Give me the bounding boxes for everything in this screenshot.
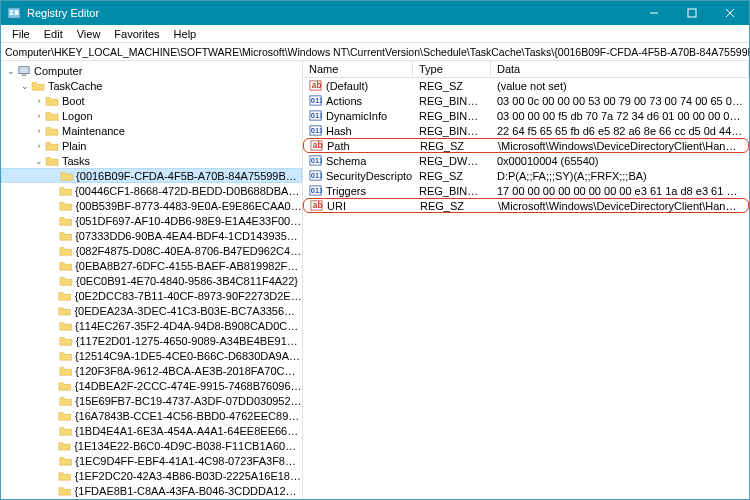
value-name: DynamicInfo — [326, 110, 387, 122]
tree-tasks[interactable]: ⌄ Tasks — [1, 153, 302, 168]
tree-guid-item[interactable]: {14DBEA2F-2CCC-474E-9915-7468B760966B4} — [1, 378, 302, 393]
folder-icon — [45, 95, 59, 107]
value-name: (Default) — [326, 80, 368, 92]
svg-text:011: 011 — [311, 111, 322, 120]
minimize-button[interactable] — [635, 1, 673, 25]
value-data: 22 64 f5 65 65 fb d6 e5 82 a6 8e 66 cc d… — [491, 125, 749, 137]
value-row[interactable]: ab(Default)REG_SZ(value not set) — [303, 78, 749, 93]
chevron-right-icon[interactable]: › — [33, 141, 45, 151]
value-row[interactable]: 011SecurityDescriptorREG_SZD:P(A;;FA;;;S… — [303, 168, 749, 183]
tree-guid-item[interactable]: {120F3F8A-9612-4BCA-AE3B-2018FA70CA73} — [1, 363, 302, 378]
tree-guid-item[interactable]: {00B539BF-8773-4483-9E0A-E9E86ECAA086} — [1, 198, 302, 213]
svg-rect-9 — [21, 74, 26, 76]
col-name[interactable]: Name — [303, 61, 413, 77]
tree-item[interactable]: ›Maintenance — [1, 123, 302, 138]
tree-guid-item[interactable]: {20546668-8F7B-41B2-8429-17E6F4F537F96} — [1, 498, 302, 499]
binary-value-icon: 011 — [309, 184, 322, 197]
value-name: Schema — [326, 155, 366, 167]
svg-rect-5 — [688, 9, 696, 17]
value-row[interactable]: 011SchemaREG_DWORD0x00010004 (65540) — [303, 153, 749, 168]
value-row[interactable]: abPathREG_SZ\Microsoft\Windows\DeviceDir… — [303, 138, 749, 153]
folder-icon — [59, 230, 73, 242]
close-button[interactable] — [711, 1, 749, 25]
tree-guid-item[interactable]: {1FDAE8B1-C8AA-43FA-B046-3CDDDA12661E} — [1, 483, 302, 498]
tree-guid-item[interactable]: {0E2DCC83-7B11-40CF-8973-90F2273D2E317} — [1, 288, 302, 303]
folder-icon — [59, 350, 72, 362]
tree-guid-item[interactable]: {082F4875-D08C-40EA-8706-B47ED962C446} — [1, 243, 302, 258]
folder-icon — [58, 485, 71, 497]
tree-guid-item[interactable]: {07333DD6-90BA-4EA4-BDF4-1CD1439358F2} — [1, 228, 302, 243]
folder-icon — [59, 425, 72, 437]
menu-help[interactable]: Help — [167, 28, 204, 40]
value-type: REG_SZ — [413, 80, 491, 92]
folder-icon — [59, 320, 72, 332]
tree-root[interactable]: ⌄ Computer — [1, 63, 302, 78]
svg-rect-8 — [19, 66, 29, 73]
tree-guid-item[interactable]: {117E2D01-1275-4650-9089-A34BE4BE91A3} — [1, 333, 302, 348]
folder-icon — [58, 380, 71, 392]
values-pane[interactable]: Name Type Data ab(Default)REG_SZ(value n… — [303, 61, 749, 499]
value-data: (value not set) — [491, 80, 749, 92]
svg-text:ab: ab — [313, 200, 323, 210]
menubar: File Edit View Favorites Help — [1, 25, 749, 43]
value-row[interactable]: 011ActionsREG_BINARY03 00 0c 00 00 00 53… — [303, 93, 749, 108]
binary-value-icon: 011 — [309, 154, 322, 167]
tree-guid-item[interactable]: {15E69FB7-BC19-4737-A3DF-07DD0309529A} — [1, 393, 302, 408]
value-data: \Microsoft\Windows\DeviceDirectoryClient… — [492, 200, 748, 212]
folder-icon — [45, 125, 59, 137]
tree-guid-item[interactable]: {1EF2DC20-42A3-4B86-B03D-2225A16E18BF8} — [1, 468, 302, 483]
tree-item[interactable]: ›Logon — [1, 108, 302, 123]
value-row[interactable]: abURIREG_SZ\Microsoft\Windows\DeviceDire… — [303, 198, 749, 213]
folder-icon — [59, 335, 73, 347]
value-type: REG_SZ — [414, 140, 492, 152]
value-row[interactable]: 011TriggersREG_BINARY17 00 00 00 00 00 0… — [303, 183, 749, 198]
window-frame: Registry Editor File Edit View Favorites… — [0, 0, 750, 500]
tree-taskcache[interactable]: ⌄ TaskCache — [1, 78, 302, 93]
svg-text:011: 011 — [311, 186, 322, 195]
tree-pane[interactable]: ⌄ Computer ⌄ TaskCache ›Boot›Logon›Maint… — [1, 61, 303, 499]
svg-text:ab: ab — [313, 140, 323, 150]
tree-guid-item[interactable]: {1EC9D4FF-EBF4-41A1-4C98-0723FA3F871D} — [1, 453, 302, 468]
tree-selected-guid[interactable]: {0016B09F-CFDA-4F5B-A70B-84A75599B89B} — [1, 168, 302, 183]
value-type: REG_SZ — [413, 170, 491, 182]
chevron-right-icon[interactable]: › — [33, 111, 45, 121]
svg-rect-1 — [10, 10, 14, 12]
svg-text:011: 011 — [311, 96, 322, 105]
chevron-down-icon[interactable]: ⌄ — [5, 66, 17, 76]
value-row[interactable]: 011DynamicInfoREG_BINARY03 00 00 00 f5 d… — [303, 108, 749, 123]
chevron-down-icon[interactable]: ⌄ — [33, 156, 45, 166]
svg-text:011: 011 — [311, 156, 322, 165]
tree-guid-item[interactable]: {00446CF1-8668-472D-BEDD-D0B688DBA009} — [1, 183, 302, 198]
folder-icon — [59, 200, 73, 212]
svg-text:ab: ab — [312, 80, 322, 90]
tree-guid-item[interactable]: {12514C9A-1DE5-4CE0-B66C-D6830DA9A169} — [1, 348, 302, 363]
folder-icon — [58, 470, 71, 482]
maximize-button[interactable] — [673, 1, 711, 25]
tree-item[interactable]: ›Boot — [1, 93, 302, 108]
tree-guid-item[interactable]: {1E134E22-B6C0-4D9C-B038-F11CB1A60DFCD} — [1, 438, 302, 453]
chevron-down-icon[interactable]: ⌄ — [19, 81, 31, 91]
menu-edit[interactable]: Edit — [37, 28, 70, 40]
value-data: D:P(A;;FA;;;SY)(A;;FRFX;;;BA) — [491, 170, 749, 182]
tree-guid-item[interactable]: {16A7843B-CCE1-4C56-BBD0-4762EEC893C3} — [1, 408, 302, 423]
chevron-right-icon[interactable]: › — [33, 126, 45, 136]
menu-file[interactable]: File — [5, 28, 37, 40]
menu-favorites[interactable]: Favorites — [107, 28, 166, 40]
tree-guid-item[interactable]: {114EC267-35F2-4D4A-94D8-B908CAD0C0D1} — [1, 318, 302, 333]
tree-guid-item[interactable]: {0EBA8B27-6DFC-4155-BAEF-AB819982FF92} — [1, 258, 302, 273]
col-type[interactable]: Type — [413, 61, 491, 77]
chevron-right-icon[interactable]: › — [33, 96, 45, 106]
tree-guid-item[interactable]: {0EC0B91-4E70-4840-9586-3B4C811F4A22} — [1, 273, 302, 288]
menu-view[interactable]: View — [70, 28, 108, 40]
folder-icon — [31, 80, 45, 92]
folder-icon — [45, 155, 59, 167]
value-row[interactable]: 011HashREG_BINARY22 64 f5 65 65 fb d6 e5… — [303, 123, 749, 138]
tree-guid-item[interactable]: {1BD4E4A1-6E3A-454A-A4A1-64EE8EE66D91} — [1, 423, 302, 438]
value-type: REG_SZ — [414, 200, 492, 212]
col-data[interactable]: Data — [491, 61, 749, 77]
tree-guid-item[interactable]: {0EDEA23A-3DEC-41C3-B03E-BC7A3356D0BC} — [1, 303, 302, 318]
svg-text:011: 011 — [311, 126, 322, 135]
address-bar[interactable]: Computer\HKEY_LOCAL_MACHINE\SOFTWARE\Mic… — [1, 43, 749, 61]
tree-guid-item[interactable]: {051DF697-AF10-4DB6-98E9-E1A4E33F00F7} — [1, 213, 302, 228]
tree-item[interactable]: ›Plain — [1, 138, 302, 153]
